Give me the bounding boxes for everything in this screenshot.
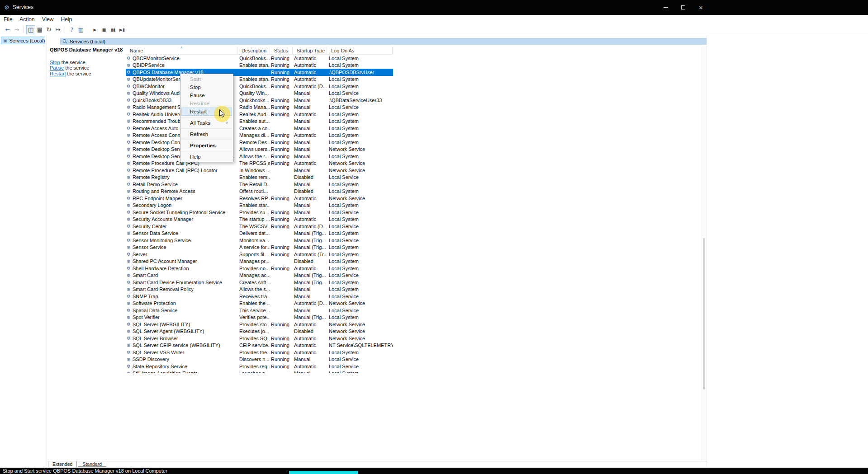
service-row[interactable]: ⚙QuickBooksDB33Quickbooks...RunningManua… <box>126 97 393 104</box>
back-icon[interactable]: ← <box>3 25 12 34</box>
service-row[interactable]: ⚙QBWCMonitorQuickBooks...RunningAutomati… <box>126 83 393 90</box>
startup-type-cell: Automatic <box>293 62 327 69</box>
tab-standard[interactable]: Standard <box>78 461 106 467</box>
console-icon: ▣ <box>3 38 7 43</box>
service-link-restart[interactable]: Restart the service <box>50 71 91 76</box>
service-row[interactable]: ⚙Sensor Data ServiceDelivers dat...Manua… <box>126 230 393 237</box>
refresh-icon[interactable]: ↻ <box>44 25 53 34</box>
minimize-button[interactable] <box>657 0 674 15</box>
service-row[interactable]: ⚙Spot VerifierVerifies pote...Manual (Tr… <box>126 314 393 321</box>
service-row[interactable]: ⚙SNMP TrapReceives tra...ManualLocal Ser… <box>126 293 393 300</box>
context-menu-item-pause[interactable]: Pause <box>181 91 232 99</box>
restart-service-icon[interactable]: ▶▮ <box>118 25 127 34</box>
scrollbar-thumb[interactable] <box>703 238 705 390</box>
service-row[interactable]: ⚙SQL Server CEIP service (WEBGILITY)CEIP… <box>126 342 393 349</box>
service-row[interactable]: ⚙Realtek Audio Universal ServiceRealtek … <box>126 111 393 118</box>
service-row[interactable]: ⚙Remote Access Connection ManagerManages… <box>126 132 393 139</box>
service-row[interactable]: ⚙Software ProtectionEnables the ...Autom… <box>126 300 393 307</box>
column-header-name[interactable]: Name∧ <box>126 47 237 55</box>
log-on-as-cell: Local Service <box>327 356 393 363</box>
context-menu-item-properties[interactable]: Properties <box>181 141 232 150</box>
service-row[interactable]: ⚙Sensor Monitoring ServiceMonitors va...… <box>126 237 393 244</box>
close-button[interactable]: × <box>692 0 710 15</box>
service-row[interactable]: ⚙ServerSupports fil...RunningAutomatic (… <box>126 251 393 258</box>
properties-icon[interactable]: ▤ <box>35 25 44 34</box>
menu-action[interactable]: Action <box>16 15 38 24</box>
service-row[interactable]: ⚙QBIDPServiceEnables stan...RunningAutom… <box>126 62 393 69</box>
menu-help[interactable]: Help <box>57 15 76 24</box>
service-row[interactable]: ⚙Smart Card Device Enumeration ServiceCr… <box>126 279 393 286</box>
stop-service-icon[interactable]: ■ <box>100 25 109 34</box>
service-row[interactable]: ⚙SQL Server VSS WriterProvides the...Run… <box>126 349 393 356</box>
description-cell: Allows the r... <box>237 153 270 160</box>
service-row[interactable]: ⚙Remote Access Auto Connection ManagerCr… <box>126 125 393 132</box>
service-row[interactable]: ⚙Radio Management ServiceRadio Mana...Ru… <box>126 104 393 111</box>
service-row[interactable]: ⚙Remote Desktop Services UserMode Port R… <box>126 153 393 160</box>
service-row[interactable]: ⚙Remote Desktop ServicesAllows users...R… <box>126 146 393 153</box>
service-row[interactable]: ⚙Security Accounts ManagerThe startup ..… <box>126 216 393 223</box>
tab-extended[interactable]: Extended <box>48 461 77 467</box>
column-header-status[interactable]: Status <box>270 47 293 55</box>
name-cell: ⚙SSDP Discovery <box>126 356 237 363</box>
service-row[interactable]: ⚙QBUpdateMonitorServiceEnables stan...Ru… <box>126 76 393 83</box>
menu-item-label: Restart <box>190 109 207 114</box>
service-row[interactable]: ⚙SQL Server (WEBGILITY)Provides sto...Ru… <box>126 321 393 328</box>
column-header-log-on-as[interactable]: Log On As <box>327 47 393 55</box>
startup-type-cell: Automatic (D... <box>293 300 327 307</box>
service-row[interactable]: ⚙Remote Desktop ConfigurationRemote Des.… <box>126 139 393 146</box>
service-row[interactable]: ⚙Smart Card Removal PolicyAllows the s..… <box>126 286 393 293</box>
help-icon[interactable]: ? <box>67 25 76 34</box>
service-link-stop[interactable]: Stop the service <box>50 60 91 65</box>
service-row[interactable]: ⚙SQL Server Agent (WEBGILITY)Executes jo… <box>126 328 393 335</box>
context-menu-item-help[interactable]: Help <box>181 153 232 161</box>
forward-icon[interactable]: → <box>12 25 21 34</box>
service-row[interactable]: ⚙QBCFMonitorServiceQuickBooks...RunningA… <box>126 55 393 62</box>
service-row[interactable]: ⚙Quality Windows Audio Video ExperienceQ… <box>126 90 393 97</box>
service-row[interactable]: ⚙Sensor ServiceA service for...RunningMa… <box>126 244 393 251</box>
log-on-as-cell: Network Service <box>327 300 393 307</box>
service-row[interactable]: ⚙Shared PC Account ManagerManages pr...D… <box>126 258 393 265</box>
vertical-scrollbar[interactable] <box>702 47 706 461</box>
pause-service-icon[interactable]: ▮▮ <box>109 25 118 34</box>
title-bar[interactable]: ⚙ Services × <box>0 0 868 15</box>
service-row[interactable]: ⚙Remote RegistryEnables rem...DisabledLo… <box>126 174 393 181</box>
startup-type-cell: Automatic <box>293 132 327 139</box>
service-row[interactable]: ⚙SQL Server BrowserProvides SQ...Running… <box>126 335 393 342</box>
start-service-icon[interactable]: ▶ <box>90 25 100 34</box>
column-header-description[interactable]: Description <box>237 47 270 55</box>
service-row[interactable]: ⚙Still Image Acquisition EventsLaunches … <box>126 370 393 374</box>
maximize-button[interactable] <box>674 0 692 15</box>
service-link-pause[interactable]: Pause the service <box>50 65 91 70</box>
service-row[interactable]: ⚙Security CenterThe WSCSV...RunningAutom… <box>126 223 393 230</box>
startup-type-cell: Automatic (D... <box>293 83 327 90</box>
show-console-tree-icon[interactable]: ◫ <box>26 25 35 34</box>
service-row[interactable]: ⚙QBPOS Database Manager v18RunningAutoma… <box>126 69 393 76</box>
menu-item-label: Pause <box>190 93 205 98</box>
action-pane-icon[interactable]: ▥ <box>76 25 85 34</box>
service-row[interactable]: ⚙Recommended Troubleshooting ServiceEnab… <box>126 118 393 125</box>
service-name: Routing and Remote Access <box>133 188 195 194</box>
log-on-as-cell: Network Service <box>327 146 393 153</box>
gear-icon: ⚙ <box>127 112 131 117</box>
service-row[interactable]: ⚙Shell Hardware DetectionProvides no...R… <box>126 265 393 272</box>
menu-view[interactable]: View <box>38 15 57 24</box>
service-row[interactable]: ⚙Remote Procedure Call (RPC) LocatorIn W… <box>126 167 393 174</box>
tree-item-services-local[interactable]: ▣ Services (Local) <box>1 37 45 44</box>
service-row[interactable]: ⚙Remote Procedure Call (RPC)The RPCSS s.… <box>126 160 393 167</box>
service-row[interactable]: ⚙Secondary LogonEnables star...ManualLoc… <box>126 202 393 209</box>
column-header-startup-type[interactable]: Startup Type <box>293 47 327 55</box>
service-row[interactable]: ⚙Retail Demo ServiceThe Retail D...Manua… <box>126 181 393 188</box>
service-row[interactable]: ⚙Smart CardManages ac...Manual (Trig...L… <box>126 272 393 279</box>
context-menu-item-refresh[interactable]: Refresh <box>181 130 232 138</box>
export-list-icon[interactable]: ↦ <box>53 25 62 34</box>
menu-file[interactable]: File <box>0 15 16 24</box>
service-row[interactable]: ⚙SSDP DiscoveryDiscovers n...RunningManu… <box>126 356 393 363</box>
log-on-as-cell: Local System <box>327 370 393 374</box>
service-row[interactable]: ⚙Secure Socket Tunneling Protocol Servic… <box>126 209 393 216</box>
service-row[interactable]: ⚙Spatial Data ServiceThis service ...Man… <box>126 307 393 314</box>
gear-icon: ⚙ <box>127 259 131 264</box>
service-row[interactable]: ⚙State Repository ServiceProvides req...… <box>126 363 393 370</box>
service-row[interactable]: ⚙Routing and Remote AccessOffers routi..… <box>126 188 393 195</box>
service-row[interactable]: ⚙RPC Endpoint MapperResolves RP...Runnin… <box>126 195 393 202</box>
context-menu-item-stop[interactable]: Stop <box>181 83 232 91</box>
